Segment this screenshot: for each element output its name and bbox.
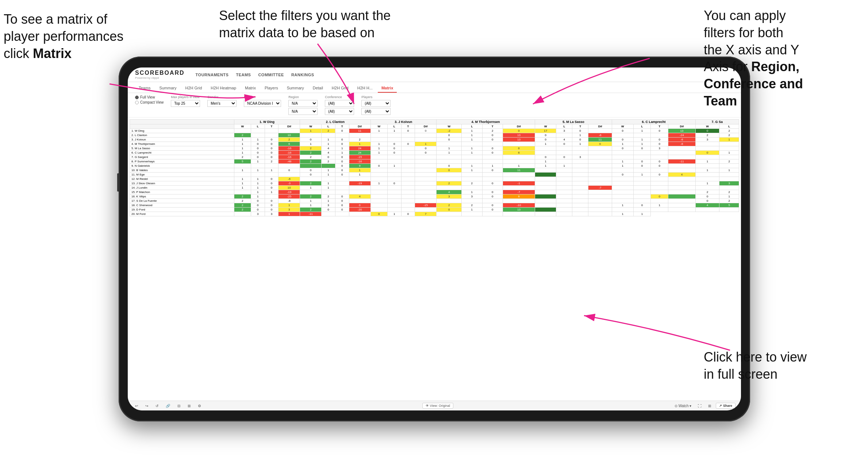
gender-select[interactable]: Men's [207,100,237,107]
max-players-filter: Max players in view Top 25 [171,95,200,107]
full-view-radio[interactable]: Full View [135,95,164,99]
sh-t5: T [572,124,588,129]
tablet-frame: SCOREBOARD Powered by clippd TOURNAMENTS… [119,57,750,421]
zoom-out-btn[interactable]: ⊟ [176,403,182,409]
ann-tr-line3: the X axis and Y [704,42,799,57]
tab-h2h-grid[interactable]: H2H Grid [181,84,206,93]
conference-select-1[interactable]: (All) [325,100,354,107]
tab-detail[interactable]: Detail [309,84,327,93]
share-icon: ↗ [719,404,722,408]
share-label: Share [723,404,732,408]
share-link-btn[interactable]: 🔗 [164,403,172,409]
ann-tl-line1: To see a matrix of [4,12,107,27]
view-original-btn[interactable]: 👁 View: Original [422,403,453,409]
view-toggle: Full View Compact View [135,95,164,104]
sh-l4: L [462,124,482,129]
tablet-side-button [117,173,119,192]
annotation-top-left: To see a matrix of player performances c… [4,11,139,62]
col-header-mthorb: 4. M Thorbjornsen [437,120,535,124]
nav-tournaments[interactable]: TOURNAMENTS [196,73,229,77]
table-row: 10. B Valdes 1110 0101 01011 11 [130,168,739,173]
gender-filter: Gender Men's [207,95,237,107]
region-filter: Region N/A N/A [288,95,318,115]
conference-select-2[interactable]: (All) [325,108,354,115]
region-select-1[interactable]: N/A [288,100,318,107]
sub-nav: Teams Summary H2H Grid H2H Heatmap Matri… [128,82,741,93]
toolbar-right: ⊙ Watch ▾ ⛶ ⊞ ↗ Share [673,403,736,409]
compact-view-dot [135,101,139,104]
tab-matrix[interactable]: Matrix [241,84,260,93]
table-row: 14. J Lundin 11010 11 -7 [130,186,739,190]
settings-btn[interactable]: ⚙ [196,403,203,409]
sh-l3: L [387,124,401,129]
player-name: 11. M Ege [130,173,234,177]
full-view-dot [135,96,139,99]
ann-tr-bold3: Team [704,93,737,108]
nav-committee[interactable]: COMMITTEE [258,73,284,77]
division-select[interactable]: NCAA Division I [244,100,281,107]
max-players-select[interactable]: Top 25 [171,100,200,107]
sh-w5: W [535,124,556,129]
annotation-top-center: Select the filters you want the matrix d… [219,7,409,42]
col-header-jkoivun: 3. J Koivun [370,120,437,124]
tab-players[interactable]: Players [261,84,282,93]
compact-view-label: Compact View [140,100,164,104]
grid-btn[interactable]: ⊞ [706,403,713,409]
table-row: 6. C Lamprecht 100-16 24124 100 1106 01 [130,151,739,155]
player-name: 14. J Lundin [130,186,234,190]
player-name: 6. C Lamprecht [130,151,234,155]
zoom-in-btn[interactable]: ⊞ [186,403,192,409]
players-select-2[interactable]: (All) [361,108,391,115]
sh-w7: W [695,124,719,129]
full-view-label: Full View [140,95,155,99]
tab-summary2[interactable]: Summary [283,84,308,93]
nav-rankings[interactable]: RANKINGS [291,73,314,77]
ann-tr-bold1: Region, [751,59,799,74]
sh-d3: Dif [415,124,437,129]
player-name: 5. M La Sasso [130,146,234,151]
player-name: 19. D Ford [130,208,234,212]
tab-matrix-active[interactable]: Matrix [378,84,397,93]
players-select-1[interactable]: (All) [361,100,391,107]
tab-teams[interactable]: Teams [135,84,154,93]
tab-h2h-h[interactable]: H2H H... [354,84,376,93]
ann-tr-line1: You can apply [704,8,786,23]
scoreboard-logo: SCOREBOARD Powered by clippd [135,70,185,80]
tab-h2h-grid2[interactable]: H2H Grid [328,84,352,93]
table-row: 17. S De La Fuente 200-8 110 02 [130,199,739,203]
screen-btn[interactable]: ⛶ [696,403,703,409]
tab-h2h-heatmap[interactable]: H2H Heatmap [207,84,240,93]
players-label: Players [361,95,391,99]
table-row: 19. D Ford 2003 200-20 01013 [130,208,739,212]
nav-teams[interactable]: TEAMS [236,73,251,77]
compact-view-radio[interactable]: Compact View [135,100,164,104]
sh-w6: W [612,124,633,129]
col-header-mlasso: 5. M La Sasso [535,120,612,124]
player-name: 15. P Maichon [130,190,234,194]
ann-tl-line3: click Matrix [4,46,72,61]
sh-w1: W [234,124,251,129]
ann-br-line2: in full screen [704,367,777,382]
share-btn[interactable]: ↗ Share [716,403,736,409]
col-header-lclanton: 2. L Clanton [300,120,370,124]
player-name: 18. C Sherwood [130,203,234,208]
sh-d1: Dif [279,124,300,129]
region-select-2[interactable]: N/A [288,108,318,115]
matrix-container[interactable]: 1. W Ding 2. L Clanton 3. J Koivun 4. M … [128,117,741,401]
sh-l6: L [633,124,651,129]
table-row: 3. J Koivun 1102 0102 01013 04011 010-6 … [130,138,739,142]
sh-w2: W [300,124,322,129]
table-row: 12. M Riedel 110-6 [130,177,739,181]
tablet-screen: SCOREBOARD Powered by clippd TOURNAMENTS… [128,67,741,410]
undo-btn[interactable]: ↩ [133,403,140,409]
player-name: 20. M Ford [130,212,234,216]
table-row: 8. P Summerhays 512-48 220-16 1 100-11 1… [130,159,739,164]
col-header-gsa: 7. G Sa [695,120,739,124]
col-header-blank [130,120,234,124]
player-name: 9. N Gabrielck [130,164,234,168]
refresh-btn[interactable]: ↺ [154,403,160,409]
watch-btn[interactable]: ⊙ Watch ▾ [673,403,694,409]
redo-btn[interactable]: ↪ [143,403,150,409]
table-row: 9. N Gabrielck 09 01 0111 11 100 [130,164,739,168]
tab-summary[interactable]: Summary [155,84,180,93]
